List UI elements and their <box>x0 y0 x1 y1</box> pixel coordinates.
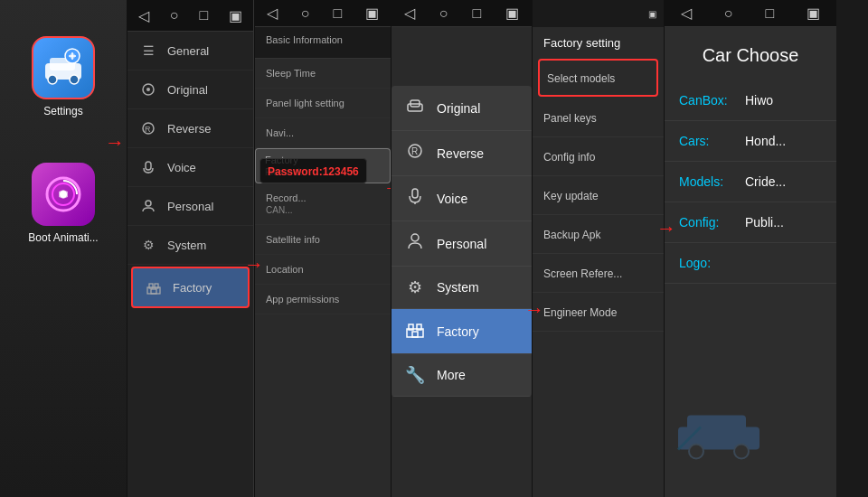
detail-navi[interactable]: Navi... <box>255 118 391 148</box>
dropdown-factory-icon <box>404 320 426 342</box>
navi-label: Navi... <box>266 127 380 138</box>
factory-key-update[interactable]: Key update <box>533 176 664 215</box>
config-info-label: Config info <box>543 151 595 164</box>
dropdown-voice[interactable]: Voice <box>392 176 532 221</box>
svg-point-10 <box>146 88 150 91</box>
engineer-mode-label: Engineer Mode <box>543 306 617 319</box>
detail-panel-light[interactable]: Panel light setting <box>255 89 391 118</box>
menu-item-personal[interactable]: Personal <box>127 187 253 226</box>
menu-item-general[interactable]: ☰ General <box>127 32 253 70</box>
dropdown-system-label: System <box>437 280 479 295</box>
satellite-label: Satellite info <box>266 234 380 245</box>
record-value: CAN... <box>266 205 380 215</box>
arrow-2: → <box>244 253 264 276</box>
nav-bar-4: ◁ ○ □ ▣ <box>392 0 532 27</box>
factory-panel-keys[interactable]: Panel keys <box>533 98 664 137</box>
app-permissions-label: App permissions <box>266 294 380 305</box>
factory-panel-title: Factory setting <box>533 27 664 57</box>
dropdown-factory[interactable]: Factory <box>392 309 532 354</box>
back-nav-4[interactable]: ◁ <box>404 5 415 22</box>
personal-label: Personal <box>167 200 213 213</box>
voice-icon <box>138 157 158 177</box>
car-choose-panel: ◁ ○ □ ▣ Car Choose CanBox: Hiwo Cars: Ho… <box>665 0 836 497</box>
svg-point-34 <box>734 445 749 459</box>
boot-app-label: Boot Animati... <box>28 231 98 244</box>
svg-text:R: R <box>411 146 418 156</box>
home-nav-6[interactable]: ○ <box>724 5 733 22</box>
nav-bar-3: ◁ ○ □ ▣ <box>255 0 391 27</box>
back-nav-6[interactable]: ◁ <box>681 5 692 22</box>
factory-config-info[interactable]: Config info <box>533 137 664 176</box>
factory-select-models[interactable]: Select models <box>538 59 658 97</box>
original-icon <box>138 80 158 99</box>
arrow-4: → <box>524 298 544 321</box>
svg-rect-24 <box>412 189 418 198</box>
factory-engineer-mode[interactable]: Engineer Mode <box>533 293 664 332</box>
back-nav-3[interactable]: ◁ <box>267 5 278 22</box>
personal-icon <box>138 196 158 216</box>
detail-location[interactable]: Location <box>255 255 391 285</box>
factory-backup-apk[interactable]: Backup Apk <box>533 215 664 254</box>
general-label: General <box>167 44 209 58</box>
general-icon: ☰ <box>138 41 158 61</box>
signal-nav-4: ▣ <box>505 5 519 22</box>
settings-detail-panel: ◁ ○ □ ▣ Basic Information Sleep Time Pan… <box>255 0 391 497</box>
dropdown-personal[interactable]: Personal <box>392 221 532 267</box>
menu-item-system[interactable]: ⚙ System <box>127 226 253 265</box>
dropdown-original-icon <box>404 97 426 119</box>
recent-nav-3[interactable]: □ <box>333 5 342 22</box>
recent-nav-4[interactable]: □ <box>473 5 482 22</box>
panel-light-label: Panel light setting <box>266 98 380 108</box>
dropdown-more-icon: 🔧 <box>404 365 426 385</box>
signal-nav-icon: ▣ <box>229 7 242 24</box>
arrow-1: → <box>105 131 125 155</box>
recent-nav-icon[interactable]: □ <box>200 7 209 23</box>
menu-item-factory[interactable]: Factory <box>131 267 250 308</box>
canbox-value: Hiwo <box>745 93 773 108</box>
svg-point-33 <box>689 445 703 459</box>
svg-rect-13 <box>146 162 151 170</box>
menu-item-original[interactable]: Original <box>127 70 253 109</box>
boot-animation-app-icon[interactable]: Boot Animati... <box>28 163 98 244</box>
dropdown-menu: Original R Reverse Voice Personal ⚙ Syst… <box>392 86 532 397</box>
recent-nav-6[interactable]: □ <box>765 5 774 22</box>
dropdown-reverse[interactable]: R Reverse <box>392 131 532 176</box>
dropdown-voice-label: Voice <box>437 192 467 206</box>
svg-point-26 <box>411 234 419 241</box>
factory-screen-reference[interactable]: Screen Refere... <box>533 254 664 293</box>
system-label: System <box>167 239 206 252</box>
dropdown-personal-label: Personal <box>437 237 486 251</box>
dropdown-more[interactable]: 🔧 More <box>392 354 532 397</box>
detail-app-permissions[interactable]: App permissions <box>255 285 391 314</box>
settings-app-icon[interactable]: Settings <box>32 36 95 117</box>
car-info-logo: Logo: <box>665 243 836 284</box>
factory-status-bar: ▣ <box>533 0 664 27</box>
detail-sleep-time[interactable]: Sleep Time <box>255 59 391 89</box>
home-nav-3[interactable]: ○ <box>301 5 310 22</box>
factory-setting-panel: ▣ Factory setting Select models Panel ke… <box>533 0 664 497</box>
dropdown-reverse-label: Reverse <box>437 146 484 161</box>
dropdown-more-label: More <box>437 368 466 382</box>
panel3-header: ◁ ○ □ ▣ Basic Information <box>255 0 391 59</box>
signal-nav-3: ▣ <box>365 5 379 22</box>
screen-reference-label: Screen Refere... <box>543 267 622 280</box>
boot-app-image <box>32 163 95 226</box>
home-nav-icon[interactable]: ○ <box>170 7 179 23</box>
menu-item-reverse[interactable]: R Reverse <box>127 109 253 148</box>
nav-bar-2: ◁ ○ □ ▣ <box>127 0 253 32</box>
svg-text:R: R <box>145 125 151 134</box>
cars-key: Cars: <box>679 134 738 148</box>
menu-item-voice[interactable]: Voice <box>127 148 253 187</box>
dropdown-voice-icon <box>404 187 426 210</box>
models-value: Cride... <box>745 174 786 189</box>
config-value: Publi... <box>745 215 784 230</box>
home-nav-4[interactable]: ○ <box>439 5 448 22</box>
system-icon: ⚙ <box>138 235 158 255</box>
detail-satellite[interactable]: Satellite info <box>255 225 391 255</box>
back-nav-icon[interactable]: ◁ <box>138 7 149 24</box>
detail-record[interactable]: Record... CAN... <box>255 183 391 225</box>
dropdown-original[interactable]: Original <box>392 86 532 131</box>
reverse-icon: R <box>138 118 158 138</box>
voice-label: Voice <box>167 161 196 174</box>
dropdown-system[interactable]: ⚙ System <box>392 267 532 309</box>
